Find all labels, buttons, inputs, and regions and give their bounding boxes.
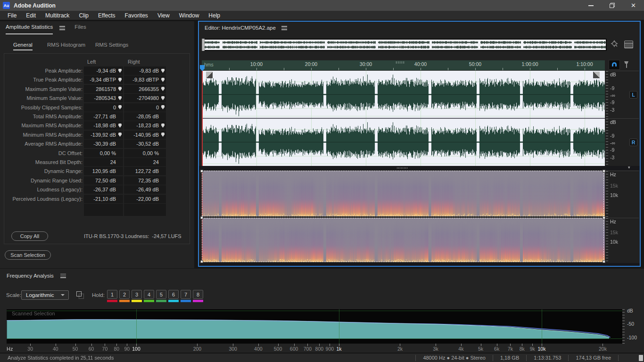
ruler-tick-label: 10k	[610, 239, 618, 245]
hold-button-8[interactable]: 8	[193, 290, 203, 302]
hold-button-3[interactable]: 3	[132, 290, 142, 302]
editor-menu-icon[interactable]	[281, 26, 287, 30]
marker-pin-button[interactable]	[623, 61, 630, 69]
selection-handle[interactable]	[200, 170, 203, 173]
menu-effects[interactable]: Effects	[93, 12, 120, 19]
db-tick-label: -50	[627, 321, 634, 327]
splitter-grip-icon[interactable]	[397, 167, 407, 169]
stat-value-cell: 72,35 dB	[124, 176, 166, 185]
stat-value: -140,95 dB	[133, 132, 159, 138]
close-button[interactable]: ✕	[623, 0, 644, 11]
scale-select[interactable]: Logarithmic	[21, 290, 69, 300]
hold-button-2[interactable]: 2	[119, 290, 130, 302]
menu-favorites[interactable]: Favorites	[120, 12, 153, 19]
zoom-overview-strip[interactable]	[202, 39, 607, 51]
channel-badge-r[interactable]: R	[629, 139, 637, 146]
timeline-grip-icon[interactable]	[396, 61, 404, 64]
hold-button-7[interactable]: 7	[181, 290, 191, 302]
scan-selection-button[interactable]: Scan Selection	[5, 250, 51, 260]
editor-layout-icon[interactable]	[624, 41, 633, 49]
amplitude-ruler-r[interactable]: dB-9-∞-9-3R	[606, 118, 639, 166]
tab-amplitude-statistics[interactable]: Amplitude Statistics	[6, 21, 53, 34]
tab-general[interactable]: General	[13, 42, 33, 50]
playhead-marker-icon[interactable]	[161, 69, 165, 73]
playhead-marker-icon[interactable]	[161, 96, 165, 100]
stat-value: -26,37 dB	[93, 187, 116, 192]
menu-edit[interactable]: Edit	[21, 12, 41, 19]
editor-header: Editor: HendrixCMP05A2.ape	[199, 22, 287, 34]
playhead-marker-icon[interactable]	[118, 87, 122, 91]
panel-menu-icon[interactable]	[59, 26, 65, 30]
playhead-marker-icon[interactable]	[161, 105, 165, 109]
tab-rms-settings[interactable]: RMS Settings	[95, 42, 128, 48]
hold-button-5[interactable]: 5	[156, 290, 166, 302]
stat-value-cell: 0,00 %	[84, 149, 123, 157]
selection-handle[interactable]	[200, 216, 203, 219]
ruler-tick-label: -9	[610, 147, 614, 153]
playhead-marker-icon[interactable]	[161, 132, 165, 137]
spectral-display[interactable]	[202, 171, 605, 262]
playhead-marker-icon[interactable]	[118, 69, 122, 73]
stat-value-cell: 72,50 dB	[84, 176, 123, 185]
ruler-unit: dB	[610, 119, 616, 125]
timeline-ruler[interactable]: hms 10:0020:0030:0040:0050:001:00:001:10…	[202, 60, 605, 70]
stat-value-cell: 0	[124, 103, 166, 112]
window-title: Adobe Audition	[14, 2, 56, 9]
editor-panel: Editor: HendrixCMP05A2.ape hms 10:0020:0…	[198, 21, 641, 267]
editor-scroll-track[interactable]	[199, 263, 640, 266]
playhead-marker-icon[interactable]	[118, 105, 122, 109]
resize-grip[interactable]	[639, 355, 643, 361]
zoom-navigator-icon[interactable]	[610, 40, 619, 49]
tab-files[interactable]: Files	[74, 21, 86, 34]
copy-graph-icon[interactable]	[76, 291, 84, 299]
hold-button-6[interactable]: 6	[168, 290, 179, 302]
waveform-display[interactable]	[202, 71, 605, 166]
fade-in-handle[interactable]	[206, 72, 213, 78]
axis-tick-label: 9k	[530, 346, 535, 352]
stat-label: DC Offset:	[0, 150, 83, 156]
frequency-panel-menu-icon[interactable]	[60, 274, 66, 278]
stat-value: -22,00 dB	[136, 196, 159, 202]
channel-badge-l[interactable]: L	[629, 91, 637, 99]
magnet-icon	[612, 62, 617, 66]
selection-handle[interactable]	[603, 170, 605, 173]
ruler-tick-label: 10k	[610, 192, 618, 198]
menu-bar: FileEditMultitrackClipEffectsFavoritesVi…	[0, 11, 644, 20]
hold-button-1[interactable]: 1	[107, 290, 117, 302]
amplitude-ruler-l[interactable]: dB-9-∞-9-3L	[606, 71, 639, 119]
playhead-marker-icon[interactable]	[161, 123, 165, 128]
playhead-marker-icon[interactable]	[161, 78, 165, 82]
stat-value: -18,23 dB	[136, 123, 159, 128]
menu-help[interactable]: Help	[204, 12, 225, 19]
stat-value: 24	[153, 159, 159, 165]
minimize-button[interactable]	[580, 0, 602, 11]
axis-tick-label: 2k	[397, 346, 403, 352]
playhead-marker-icon[interactable]	[118, 96, 122, 100]
menu-multitrack[interactable]: Multitrack	[41, 12, 74, 19]
stat-value-cell: -28,05 dB	[124, 112, 166, 121]
menu-view[interactable]: View	[153, 12, 174, 19]
tab-rms-histogram[interactable]: RMS Histogram	[47, 42, 85, 48]
selection-handle[interactable]	[603, 216, 605, 219]
overview-waveform[interactable]	[203, 40, 606, 50]
status-segment: 1,18 GB	[493, 355, 526, 361]
playhead-marker-icon[interactable]	[161, 87, 165, 91]
snap-toggle-button[interactable]	[609, 60, 620, 70]
copy-all-button[interactable]: Copy All	[11, 231, 48, 241]
playhead-marker-icon[interactable]	[118, 123, 122, 128]
axis-tick-label: 6k	[494, 346, 499, 352]
menu-clip[interactable]: Clip	[74, 12, 93, 19]
playhead-marker-icon[interactable]	[118, 132, 122, 137]
overview-left-handle[interactable]	[202, 39, 205, 51]
menu-file[interactable]: File	[3, 12, 21, 19]
hold-button-4[interactable]: 4	[144, 290, 154, 302]
fade-out-handle[interactable]	[593, 72, 600, 78]
axis-tick-label: 30	[27, 346, 33, 352]
frequency-graph[interactable]: Scanned Selection	[7, 309, 622, 344]
waveform-spectral-splitter[interactable]: ▾	[199, 166, 640, 170]
hold-color-bar	[168, 300, 179, 302]
collapse-arrow-icon[interactable]: ▾	[628, 165, 630, 170]
playhead-marker-icon[interactable]	[118, 78, 122, 82]
restore-button[interactable]	[602, 0, 623, 11]
menu-window[interactable]: Window	[174, 12, 204, 19]
